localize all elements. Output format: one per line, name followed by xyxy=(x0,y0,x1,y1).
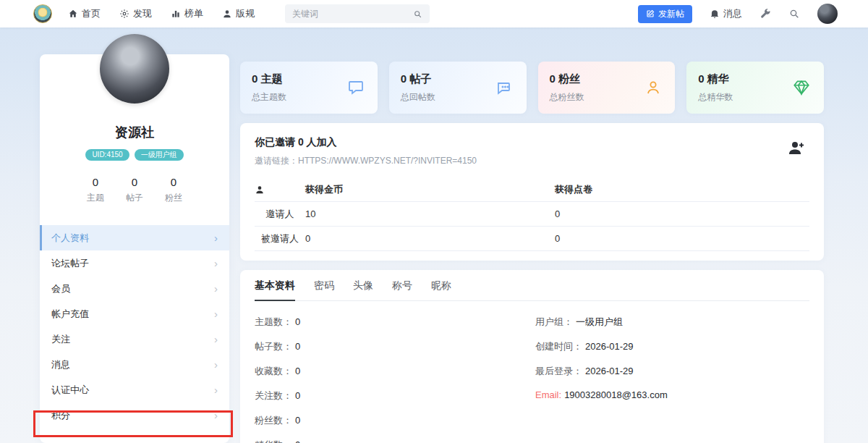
sidebar-item-messages[interactable]: 消息 › xyxy=(40,352,229,377)
tab-title[interactable]: 称号 xyxy=(392,279,412,300)
nav-label: 榜单 xyxy=(184,7,203,20)
messages-nav-item[interactable]: 消息 xyxy=(710,7,742,20)
row-points-value: 0 xyxy=(555,233,809,244)
menu-label: 积分 xyxy=(51,409,70,422)
uid-badge: UID:4150 xyxy=(85,149,129,161)
field-email: Email:19003280018@163.com xyxy=(535,389,668,400)
menu-label: 帐户充值 xyxy=(51,308,89,321)
nav-item-ranking[interactable]: 榜单 xyxy=(171,7,203,20)
sidebar-item-profile[interactable]: 个人资料 › xyxy=(40,225,229,250)
messages-label: 消息 xyxy=(723,7,742,20)
comments-icon xyxy=(496,79,514,96)
stat-card-essence: 0 精华 总精华数 xyxy=(686,62,824,114)
nav-item-home[interactable]: 首页 xyxy=(68,7,101,20)
sidebar-item-points[interactable]: 积分 › xyxy=(40,402,229,428)
diamond-icon xyxy=(792,78,811,97)
invite-table: 获得金币 获得点卷 邀请人 10 0 被邀请人 0 0 xyxy=(255,177,809,251)
stat-cards-row: 0 主题 总主题数 0 帖子 总回帖数 0 粉丝 总粉丝数 xyxy=(240,62,824,114)
user-group-badge: 一级用户组 xyxy=(135,149,184,161)
chevron-right-icon: › xyxy=(214,384,218,396)
chevron-right-icon: › xyxy=(214,257,218,269)
bell-icon xyxy=(710,9,720,19)
stat-card-subtitle: 总粉丝数 xyxy=(550,91,584,104)
invite-panel: 你已邀请 0 人加入 邀请链接：HTTPS://WWW.WPZYS.NET/?I… xyxy=(240,123,824,261)
stat-card-fans: 0 粉丝 总粉丝数 xyxy=(538,62,676,114)
nav-item-discover[interactable]: 发现 xyxy=(119,7,152,20)
person-icon xyxy=(222,9,232,19)
navbar-right: 发新帖 消息 xyxy=(638,4,838,24)
menu-label: 个人资料 xyxy=(51,232,89,245)
row-label: 邀请人 xyxy=(255,208,305,221)
mini-stat-fans: 0 粉丝 xyxy=(165,176,182,204)
menu-label: 关注 xyxy=(51,333,70,346)
edit-icon xyxy=(646,9,655,18)
nav-label: 版规 xyxy=(236,7,255,20)
home-icon xyxy=(68,9,78,19)
person-icon xyxy=(255,185,305,195)
search-icon-secondary[interactable] xyxy=(788,8,800,20)
user-avatar-large[interactable] xyxy=(100,34,169,104)
field-essence-count: 精华数：0 xyxy=(255,439,535,443)
tab-nickname[interactable]: 昵称 xyxy=(431,279,451,300)
stat-card-subtitle: 总精华数 xyxy=(698,91,733,104)
sidebar-item-forum-posts[interactable]: 论坛帖子 › xyxy=(40,250,229,276)
tab-password[interactable]: 密码 xyxy=(314,279,334,300)
invite-table-header: 获得金币 获得点卷 xyxy=(255,177,809,202)
chevron-right-icon: › xyxy=(214,333,218,345)
col-header-gold: 获得金币 xyxy=(305,183,555,196)
chevron-right-icon: › xyxy=(214,358,218,371)
row-gold-value: 10 xyxy=(305,208,555,219)
field-favorite-count: 收藏数：0 xyxy=(255,365,535,378)
row-points-value: 0 xyxy=(555,208,809,219)
chart-icon xyxy=(171,9,181,19)
wrench-icon[interactable] xyxy=(760,8,771,20)
stat-label: 帖子 xyxy=(126,192,143,204)
tab-avatar[interactable]: 头像 xyxy=(353,279,373,300)
stat-label: 主题 xyxy=(87,192,104,204)
nav-item-rules[interactable]: 版规 xyxy=(222,7,255,20)
user-avatar-small[interactable] xyxy=(817,4,838,24)
invite-title: 你已邀请 0 人加入 xyxy=(255,136,809,149)
chevron-right-icon: › xyxy=(214,232,218,244)
add-user-icon[interactable] xyxy=(788,139,805,156)
search-icon[interactable] xyxy=(413,9,422,19)
chevron-right-icon: › xyxy=(214,409,218,421)
invite-link-line: 邀请链接：HTTPS://WWW.WPZYS.NET/?INVITER=4150 xyxy=(255,155,809,167)
stat-card-posts: 0 帖子 总回帖数 xyxy=(389,62,527,114)
tab-basic-info[interactable]: 基本资料 xyxy=(255,279,295,301)
details-fields: 主题数：0 帖子数：0 收藏数：0 关注数：0 粉丝数：0 精华数：0 xyxy=(255,316,809,443)
profile-badges: UID:4150 一级用户组 xyxy=(40,149,229,161)
fields-left-column: 主题数：0 帖子数：0 收藏数：0 关注数：0 粉丝数：0 精华数：0 xyxy=(255,316,535,443)
menu-label: 消息 xyxy=(51,358,70,371)
sidebar-item-recharge[interactable]: 帐户充值 › xyxy=(40,301,229,326)
stat-card-title: 0 粉丝 xyxy=(550,72,584,86)
sidebar-item-follow[interactable]: 关注 › xyxy=(40,326,229,352)
sidebar-item-verification[interactable]: 认证中心 › xyxy=(40,377,229,402)
stat-card-topics: 0 主题 总主题数 xyxy=(240,62,378,114)
field-created-time: 创建时间：2026-01-29 xyxy=(535,340,668,353)
field-last-login: 最后登录：2026-01-29 xyxy=(535,365,668,378)
invite-link-url[interactable]: HTTPS://WWW.WPZYS.NET/?INVITER=4150 xyxy=(298,156,477,166)
search-box xyxy=(285,4,430,23)
mini-stat-topics: 0 主题 xyxy=(87,176,104,204)
comment-icon xyxy=(347,79,365,96)
stat-card-title: 0 主题 xyxy=(252,72,286,86)
top-navbar: 首页 发现 榜单 版规 发新帖 xyxy=(0,0,868,28)
new-post-button[interactable]: 发新帖 xyxy=(638,5,692,23)
stat-value: 0 xyxy=(87,176,104,188)
chevron-right-icon: › xyxy=(214,282,218,295)
details-tabs: 基本资料 密码 头像 称号 昵称 xyxy=(255,270,809,301)
stat-card-subtitle: 总主题数 xyxy=(252,91,286,104)
field-post-count: 帖子数：0 xyxy=(255,340,535,353)
fields-right-column: 用户组：一级用户组 创建时间：2026-01-29 最后登录：2026-01-2… xyxy=(535,316,668,443)
stat-card-title: 0 帖子 xyxy=(401,72,435,86)
table-row: 邀请人 10 0 xyxy=(255,202,809,227)
sidebar-item-membership[interactable]: 会员 › xyxy=(40,276,229,301)
menu-label: 论坛帖子 xyxy=(51,257,89,270)
invite-link-prefix: 邀请链接： xyxy=(255,156,298,166)
row-label: 被邀请人 xyxy=(255,232,305,245)
site-logo[interactable] xyxy=(33,4,52,23)
field-follow-count: 关注数：0 xyxy=(255,389,535,402)
search-input[interactable] xyxy=(292,9,413,19)
col-header-points: 获得点卷 xyxy=(555,183,809,196)
